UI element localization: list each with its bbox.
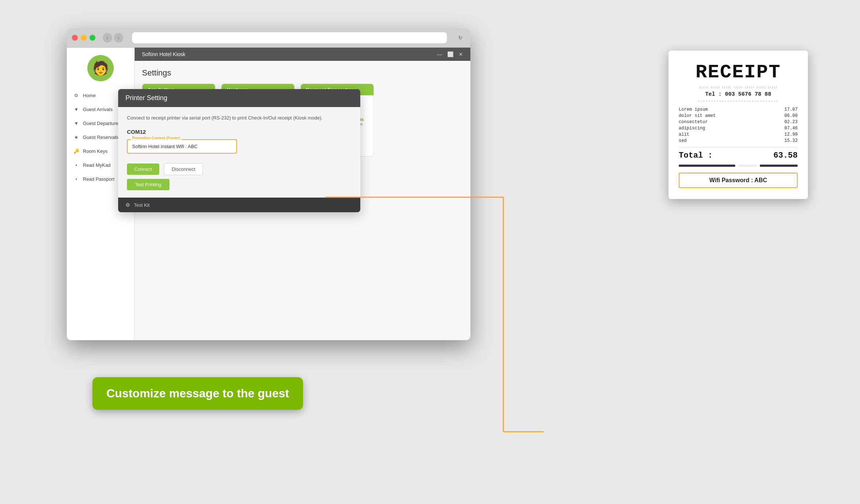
arrivals-icon: ▼ — [73, 107, 79, 113]
home-icon: ⚙ — [73, 93, 79, 99]
connect-buttons-row: Connect Disconnect — [127, 159, 351, 175]
promo-field-label: Promotion Content (Footer) — [131, 136, 182, 140]
settings-title: Settings — [142, 68, 463, 78]
receipt-item-2: consectetur 02.23 — [679, 119, 798, 125]
test-kit-label: Test Kit — [134, 202, 150, 208]
item-amount-4: 12.90 — [784, 132, 798, 137]
minimize-button[interactable] — [81, 35, 87, 41]
promo-field-wrap: Promotion Content (Footer) — [127, 139, 351, 154]
receipt-dots-top: •••••••••••••••••••••••••••••• — [679, 100, 798, 103]
receipt-items: Lorem ipsum 17.07 dolor sit amet 06.00 c… — [679, 107, 798, 143]
item-amount-1: 06.00 — [784, 113, 798, 118]
receipt-card: RECEIPT ILIII IIIII IIIII IIIII IIIII II… — [668, 51, 808, 199]
reservations-icon: ★ — [73, 135, 79, 140]
receipt-divider — [679, 147, 798, 147]
nav-arrows: ‹ › — [103, 33, 123, 43]
back-arrow[interactable]: ‹ — [103, 33, 112, 43]
item-name-5: sed — [679, 138, 687, 143]
passport-icon: ▪ — [73, 176, 79, 182]
app-title: Softinn Hotel Kiosk — [142, 51, 185, 57]
callout-text: Customize message to the guest — [106, 387, 289, 400]
sidebar-label-passport: Read Passport — [83, 176, 114, 182]
app-titlebar: Softinn Hotel Kiosk — ⬜ ✕ — [135, 48, 470, 61]
sidebar-label-room-keys: Room Keys — [83, 148, 108, 154]
receipt-item-0: Lorem ipsum 17.07 — [679, 107, 798, 112]
total-amount: 63.58 — [773, 151, 798, 160]
com-port-label: COM12 — [127, 129, 351, 135]
room-keys-icon: 🔑 — [73, 148, 79, 154]
callout-bubble: Customize message to the guest — [92, 377, 303, 410]
address-bar[interactable] — [132, 32, 447, 43]
printer-panel: Printer Setting Connect to receipt print… — [118, 89, 360, 213]
item-amount-2: 02.23 — [784, 119, 798, 125]
promo-field-input[interactable] — [127, 139, 237, 154]
receipt-total: Total : 63.58 — [679, 151, 798, 160]
sidebar-label-arrivals: Guest Arrivals — [83, 107, 113, 112]
receipt-item-1: dolor sit amet 06.00 — [679, 113, 798, 118]
receipt-item-3: adipiscing 07.46 — [679, 126, 798, 131]
sidebar-label-home: Home — [83, 93, 96, 98]
avatar: 🧑 — [87, 55, 114, 81]
printer-description: Connect to receipt printer via serial po… — [127, 114, 351, 122]
sidebar-label-mykad: Read MyKad — [83, 162, 110, 168]
mykad-icon: ▪ — [73, 162, 79, 168]
printer-panel-title: Printer Setting — [125, 94, 167, 102]
receipt-barcode: ILIII IIIII IIIII IIIII IIIII IIIII IIII… — [679, 86, 798, 89]
gear-icon: ⚙ — [125, 202, 130, 208]
test-printing-button[interactable]: Test Printing — [127, 179, 170, 190]
item-amount-0: 17.07 — [784, 107, 798, 112]
app-win-buttons: — ⬜ ✕ — [437, 51, 463, 57]
win-restore-icon[interactable]: ⬜ — [447, 51, 453, 57]
receipt-phone: Tel : 003 5676 78 88 — [679, 91, 798, 98]
printer-panel-footer: ⚙ Test Kit — [118, 198, 360, 212]
win-minimize-icon[interactable]: — — [437, 51, 442, 57]
item-name-4: alit — [679, 132, 689, 137]
receipt-barcode-bottom — [679, 165, 798, 167]
receipt-item-5: sed 15.32 — [679, 138, 798, 143]
receipt-title: RECEIPT — [679, 62, 798, 83]
win-close-icon[interactable]: ✕ — [459, 51, 463, 57]
total-label: Total : — [679, 151, 713, 160]
disconnect-button[interactable]: Disconnect — [164, 163, 203, 175]
mac-titlebar: ‹ › ↻ — [67, 29, 470, 48]
maximize-button[interactable] — [90, 35, 95, 41]
item-name-2: consectetur — [679, 119, 708, 125]
forward-arrow[interactable]: › — [114, 33, 123, 43]
item-name-0: Lorem ipsum — [679, 107, 708, 112]
printer-panel-header: Printer Setting — [118, 89, 360, 107]
departures-icon: ▼ — [73, 121, 79, 126]
connect-button[interactable]: Connect — [127, 163, 159, 175]
item-name-1: dolor sit amet — [679, 113, 716, 118]
wifi-badge: Wifi Password : ABC — [679, 173, 798, 188]
item-amount-5: 15.32 — [784, 138, 798, 143]
close-button[interactable] — [72, 35, 78, 41]
sidebar-label-departures: Guest Departures — [83, 121, 121, 126]
item-amount-3: 07.46 — [784, 126, 798, 131]
reload-icon[interactable]: ↻ — [456, 33, 465, 43]
item-name-3: adipiscing — [679, 126, 705, 131]
receipt-item-4: alit 12.90 — [679, 132, 798, 137]
printer-panel-body: Connect to receipt printer via serial po… — [118, 107, 360, 198]
